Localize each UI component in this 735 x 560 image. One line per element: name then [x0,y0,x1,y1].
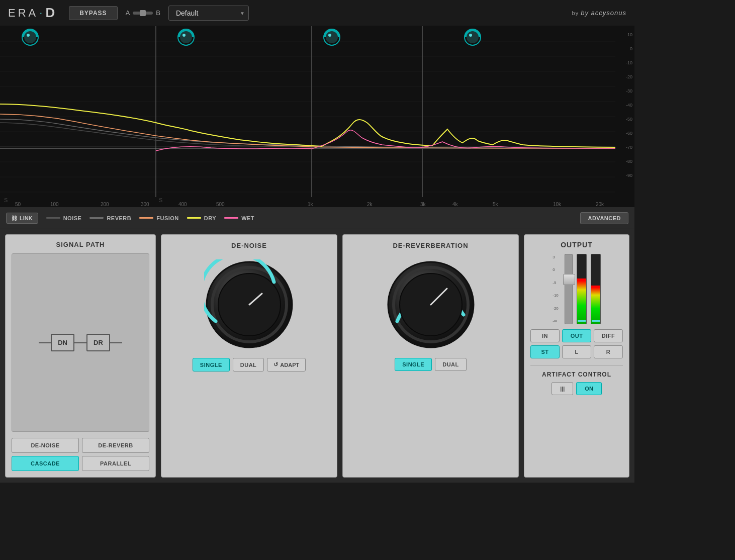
main-panels: SIGNAL PATH DN DR DE-NOISE DE-REVERB CAS… [0,229,634,483]
legend-wet: WET [224,215,254,221]
in-button[interactable]: IN [530,329,560,342]
svg-text:S: S [4,197,8,203]
fusion-label: FUSION [156,215,179,221]
spectrum-section: S S 50 100 200 300 400 500 1k 2k 3k 4k 5… [0,26,634,207]
artifact-off-button[interactable]: ||| [552,382,573,395]
signal-path-panel: SIGNAL PATH DN DR DE-NOISE DE-REVERB CAS… [5,234,156,478]
fader-thumb[interactable] [563,274,575,285]
fusion-line-icon [139,217,153,219]
svg-point-32 [24,31,36,43]
advanced-button[interactable]: ADVANCED [580,212,628,224]
legend-noise: NOISE [46,215,82,221]
de-noise-knob-container[interactable] [204,259,295,350]
preset-wrapper[interactable]: Default [168,6,249,21]
noise-line-icon [46,217,60,219]
signal-line-middle [74,342,86,343]
meter-scale: 3 0 -5 -10 -20 -∞ [553,254,559,324]
header: ERA · D BYPASS A B Default by by accyson… [0,0,634,26]
scale-90: -90 [615,173,632,187]
svg-text:20k: 20k [596,202,604,207]
link-button[interactable]: ⛓ LINK [6,213,38,224]
scale-0: 0 [553,267,559,272]
de-reverb-knob-container[interactable] [386,259,476,350]
de-reverb-dual-btn[interactable]: DUAL [435,358,467,371]
scale-inf: -∞ [553,319,559,323]
cascade-btn[interactable]: CASCADE [12,456,79,471]
svg-point-33 [27,34,30,37]
output-panel: OUTPUT 3 0 -5 -10 -20 -∞ [524,234,629,478]
signal-diagram: DN DR [12,253,149,432]
svg-point-35 [180,31,192,43]
scale-10: -10 [615,60,632,74]
scale-70: -70 [615,145,632,159]
noise-label: NOISE [63,215,82,221]
de-noise-mode-btns: SINGLE DUAL ↺ ADAPT [193,358,306,371]
svg-text:300: 300 [141,202,149,207]
bypass-button[interactable]: BYPASS [69,6,117,20]
dry-line-icon [187,217,201,219]
dr-box: DR [86,334,110,351]
svg-text:2k: 2k [367,202,373,207]
wet-line-icon [224,217,238,219]
diff-button[interactable]: DIFF [594,329,623,342]
de-noise-adapt-btn[interactable]: ↺ ADAPT [267,358,306,371]
parallel-btn[interactable]: PARALLEL [82,456,149,471]
de-reverb-mode-btns: SINGLE DUAL [395,358,467,371]
signal-line-right [110,342,122,343]
legend-dry: DRY [187,215,216,221]
logo-era: ERA [8,7,38,20]
legend-reverb: REVERB [89,215,131,221]
logo-d: D [45,5,57,21]
legend-bar: ⛓ LINK NOISE REVERB FUSION DRY WET ADVAN… [0,207,634,229]
left-meter-fill [577,278,586,324]
fader-column [565,254,573,324]
de-reverb-panel: DE-REVERBERATION [342,234,519,478]
link-label: LINK [20,215,33,221]
preset-dropdown[interactable]: Default [168,6,249,21]
de-reverb-btn[interactable]: DE-REVERB [82,438,149,453]
wet-label: WET [241,215,254,221]
svg-point-39 [328,34,331,37]
left-meter-mark [578,320,586,322]
r-button[interactable]: R [594,345,623,358]
svg-text:10k: 10k [553,202,562,207]
ab-slider[interactable] [133,12,153,15]
de-reverb-title: DE-REVERBERATION [393,242,468,249]
left-meter [577,254,587,324]
db-scale: 10 0 -10 -20 -30 -40 -50 -60 -70 -80 -90 [615,26,634,207]
l-button[interactable]: L [562,345,591,358]
svg-point-41 [467,31,479,43]
svg-point-42 [469,34,472,37]
ab-section: A B [126,9,160,17]
de-reverb-single-btn[interactable]: SINGLE [395,358,432,371]
ab-a-label: A [126,9,130,17]
de-noise-dual-btn[interactable]: DUAL [233,358,264,371]
svg-text:4k: 4k [452,202,458,207]
legend-fusion: FUSION [139,215,179,221]
svg-text:1k: 1k [308,202,314,207]
de-noise-single-btn[interactable]: SINGLE [193,358,230,371]
out-button[interactable]: OUT [562,329,591,342]
scale-5: -5 [553,281,559,285]
svg-text:3k: 3k [420,202,426,207]
fader-track[interactable] [565,254,573,324]
svg-point-36 [182,34,186,37]
signal-line-left [39,342,51,343]
scale-30: -30 [615,88,632,103]
reverb-label: REVERB [107,215,131,221]
artifact-title: ARTIFACT CONTROL [530,371,623,378]
channel-buttons: ST L R [530,345,623,358]
monitor-mode-buttons: IN OUT DIFF [530,329,623,342]
brand-logo: by by accysonus [572,9,626,17]
meter-section: 3 0 -5 -10 -20 -∞ [530,254,623,324]
right-meter [591,254,601,324]
st-button[interactable]: ST [530,345,560,358]
scale-10: -10 [553,293,559,298]
adapt-label: ADAPT [280,362,299,368]
brand-name: by accysonus [581,9,626,17]
scale-20: -20 [615,74,632,88]
artifact-on-button[interactable]: ON [576,382,602,395]
scale-10: 10 [615,32,632,46]
svg-text:100: 100 [50,202,59,207]
de-noise-btn[interactable]: DE-NOISE [12,438,79,453]
